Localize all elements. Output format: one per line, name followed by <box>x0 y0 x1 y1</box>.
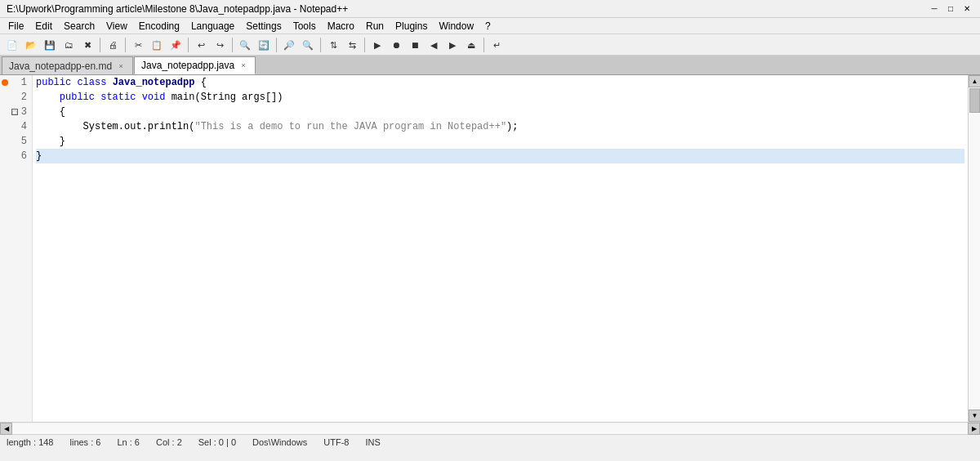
token: public <box>36 92 100 103</box>
copy-button[interactable]: 📋 <box>148 36 166 54</box>
status-item: length : 148 <box>7 437 54 447</box>
cut-button[interactable]: ✂ <box>129 36 147 54</box>
save-all-button[interactable]: 🗂 <box>60 36 78 54</box>
print-button[interactable]: 🖨 <box>104 36 122 54</box>
status-item: INS <box>365 437 380 447</box>
scroll-up-button[interactable]: ▲ <box>969 75 980 87</box>
sync-scroll-button[interactable]: ⇅ <box>324 36 342 54</box>
line-number-6: 6 <box>0 149 32 163</box>
save-button[interactable]: 💾 <box>41 36 59 54</box>
scroll-right-button[interactable]: ▶ <box>968 423 980 435</box>
token: class <box>77 77 112 88</box>
line-num-text-3: 3 <box>21 106 27 118</box>
line-num-text-1: 1 <box>21 77 27 88</box>
sep6 <box>320 38 321 52</box>
h-scroll-track[interactable] <box>12 423 968 434</box>
macro-button[interactable]: ⏺ <box>387 36 405 54</box>
status-item: Dos\Windows <box>252 437 307 447</box>
line-num-text-2: 2 <box>21 92 27 103</box>
breakpoint-dot <box>2 79 8 86</box>
code-line-3[interactable]: { <box>36 105 964 119</box>
find-button[interactable]: 🔍 <box>236 36 254 54</box>
scroll-left-button[interactable]: ◀ <box>0 423 12 435</box>
token: Java_notepadpp <box>113 77 195 88</box>
stop-button[interactable]: ⏹ <box>406 36 424 54</box>
tab-0[interactable]: Java_notepadpp-en.md× <box>2 56 133 74</box>
menu-item-file[interactable]: File <box>3 19 29 34</box>
maximize-button[interactable]: □ <box>944 2 957 16</box>
zoom-out-button[interactable]: 🔍 <box>299 36 317 54</box>
status-item: lines : 6 <box>70 437 101 447</box>
toolbar: 📄 📂 💾 🗂 ✖ 🖨 ✂ 📋 📌 ↩ ↪ 🔍 🔄 🔎 🔍 ⇅ ⇆ ▶ ⏺ ⏹ … <box>0 34 980 56</box>
token: main(String args[]) <box>172 92 283 103</box>
bracket-indicator: □ <box>11 109 18 115</box>
menu-item-language[interactable]: Language <box>186 19 239 34</box>
token: System.out.println( <box>36 121 194 132</box>
new-button[interactable]: 📄 <box>3 36 21 54</box>
status-item: Ln : 6 <box>117 437 140 447</box>
undo-button[interactable]: ↩ <box>192 36 210 54</box>
tab-close-1[interactable]: × <box>238 60 248 70</box>
scroll-thumb[interactable] <box>969 88 980 113</box>
line-number-4: 4 <box>0 119 32 134</box>
paste-button[interactable]: 📌 <box>167 36 185 54</box>
minimize-button[interactable]: ─ <box>928 2 941 16</box>
token: static <box>100 92 141 103</box>
editor-area: 12□3456 public class Java_notepadpp { pu… <box>0 75 980 422</box>
replace-button[interactable]: 🔄 <box>255 36 273 54</box>
prev-button[interactable]: ◀ <box>425 36 443 54</box>
scroll-down-button[interactable]: ▼ <box>969 410 980 422</box>
close-button2[interactable]: ✖ <box>78 36 96 54</box>
line-number-2: 2 <box>0 90 32 105</box>
status-item: Col : 2 <box>156 437 182 447</box>
vertical-scrollbar[interactable]: ▲ ▼ <box>968 75 980 422</box>
scroll-track[interactable] <box>969 87 980 410</box>
zoom-in-button[interactable]: 🔎 <box>280 36 298 54</box>
run-button[interactable]: ▶ <box>368 36 386 54</box>
menu-item-search[interactable]: Search <box>59 19 100 34</box>
code-line-5[interactable]: } <box>36 134 964 149</box>
menu-item-?[interactable]: ? <box>480 19 496 34</box>
token: public <box>36 77 77 88</box>
menu-item-plugins[interactable]: Plugins <box>390 19 432 34</box>
tab-1[interactable]: Java_notepadpp.java× <box>134 56 256 74</box>
status-bar: length : 148lines : 6Ln : 6Col : 2Sel : … <box>0 434 980 449</box>
menu-bar: FileEditSearchViewEncodingLanguageSettin… <box>0 18 980 34</box>
code-line-1[interactable]: public class Java_notepadpp { <box>36 75 964 90</box>
clear-button[interactable]: ⏏ <box>462 36 480 54</box>
menu-item-view[interactable]: View <box>101 19 132 34</box>
sep1 <box>100 38 100 52</box>
code-line-6[interactable]: } <box>36 149 964 163</box>
menu-item-macro[interactable]: Macro <box>323 19 359 34</box>
status-item: UTF-8 <box>323 437 349 447</box>
menu-item-edit[interactable]: Edit <box>30 19 57 34</box>
line-number-1: 1 <box>0 75 32 90</box>
code-line-4[interactable]: System.out.println("This is a demo to ru… <box>36 119 964 134</box>
close-button[interactable]: ✕ <box>960 2 973 16</box>
line-number-5: 5 <box>0 134 32 149</box>
token: "This is a demo to run the JAVA program … <box>194 121 506 132</box>
token: { <box>36 106 65 118</box>
line-numbers: 12□3456 <box>0 75 33 422</box>
menu-item-window[interactable]: Window <box>434 19 479 34</box>
open-button[interactable]: 📂 <box>22 36 40 54</box>
title-bar: E:\Upwork\Programming article\Milestone … <box>0 0 980 18</box>
sync-scroll2-button[interactable]: ⇆ <box>343 36 361 54</box>
tab-close-0[interactable]: × <box>116 61 126 71</box>
menu-item-tools[interactable]: Tools <box>288 19 321 34</box>
next-button[interactable]: ▶ <box>443 36 461 54</box>
menu-item-settings[interactable]: Settings <box>241 19 286 34</box>
token: ); <box>506 121 518 132</box>
menu-item-run[interactable]: Run <box>361 19 389 34</box>
code-line-2[interactable]: public static void main(String args[]) <box>36 90 964 105</box>
tab-bar: Java_notepadpp-en.md×Java_notepadpp.java… <box>0 56 980 75</box>
line-num-text-6: 6 <box>21 150 27 162</box>
status-item: Sel : 0 | 0 <box>198 437 236 447</box>
menu-item-encoding[interactable]: Encoding <box>134 19 185 34</box>
window-title: E:\Upwork\Programming article\Milestone … <box>7 3 348 15</box>
horizontal-scrollbar[interactable]: ◀ ▶ <box>0 422 980 434</box>
token: void <box>142 92 172 103</box>
code-editor[interactable]: public class Java_notepadpp { public sta… <box>33 75 968 422</box>
redo-button[interactable]: ↪ <box>211 36 229 54</box>
wrap-button[interactable]: ↵ <box>488 36 506 54</box>
